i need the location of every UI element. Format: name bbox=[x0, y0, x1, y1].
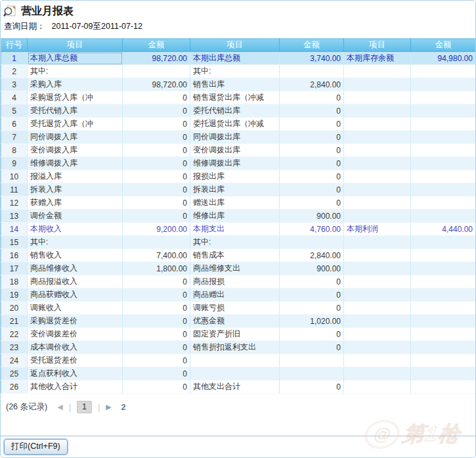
column-header-1: 项目 bbox=[28, 39, 123, 52]
amount-cell: 0 bbox=[123, 157, 190, 170]
print-button[interactable]: 打印(Ctrl+F9) bbox=[4, 439, 68, 455]
table-body: 1本期入库总额98,720.00本期出库总额3,740.00本期库存余额94,9… bbox=[1, 52, 476, 394]
amount-cell bbox=[123, 236, 190, 249]
amount-cell: 0 bbox=[280, 183, 344, 196]
amount-cell: 3,740.00 bbox=[280, 52, 344, 65]
table-row[interactable]: 15其中:其中: bbox=[1, 236, 476, 249]
amount-cell: 0 bbox=[123, 144, 190, 157]
item-cell bbox=[344, 91, 411, 104]
item-cell bbox=[344, 275, 411, 288]
monthly-report-table: 行号项目金额项目金额项目金额 1本期入库总额98,720.00本期出库总额3,7… bbox=[1, 38, 476, 394]
prev-page-icon[interactable]: ◀ bbox=[57, 403, 62, 411]
item-cell bbox=[344, 341, 411, 354]
table-row[interactable]: 18商品报溢收入0商品报损0 bbox=[1, 275, 476, 288]
table-row[interactable]: 23成本调价收入0销售折扣返利支出0 bbox=[1, 341, 476, 354]
item-cell: 销售成本 bbox=[190, 249, 280, 262]
item-cell bbox=[190, 367, 280, 380]
table-row[interactable]: 22变价调拨差价0固定资产折旧0 bbox=[1, 328, 476, 341]
item-cell: 维修出库 bbox=[190, 210, 280, 223]
table-row[interactable]: 14本期收入9,200.00本期支出4,760.00本期利润4,440.00 bbox=[1, 223, 476, 236]
item-cell: 销售收入 bbox=[28, 249, 123, 262]
next-page-icon[interactable]: ▶ bbox=[106, 403, 111, 411]
item-cell bbox=[344, 157, 411, 170]
item-cell bbox=[344, 262, 411, 275]
item-cell: 采购退货差价 bbox=[28, 315, 123, 328]
row-number: 2 bbox=[1, 65, 28, 78]
amount-cell: 1,800.00 bbox=[123, 262, 190, 275]
amount-cell bbox=[123, 65, 190, 78]
amount-cell: 0 bbox=[280, 275, 344, 288]
table-row[interactable]: 1本期入库总额98,720.00本期出库总额3,740.00本期库存余额94,9… bbox=[1, 52, 476, 65]
table-header-row: 行号项目金额项目金额项目金额 bbox=[1, 39, 476, 52]
row-number: 8 bbox=[1, 144, 28, 157]
item-cell: 受托退货入库（冲 bbox=[28, 118, 123, 131]
table-row[interactable]: 6受托退货入库（冲0委托退货出库（冲减0 bbox=[1, 118, 476, 131]
item-cell: 维修调拨入库 bbox=[28, 157, 123, 170]
item-cell: 受托退货差价 bbox=[28, 354, 123, 367]
item-cell bbox=[344, 104, 411, 118]
record-count-label: (26 条记录) bbox=[6, 401, 47, 413]
table-row[interactable]: 11拆装入库0拆装出库0 bbox=[1, 183, 476, 196]
table-row[interactable]: 13调价金额0维修出库900.00 bbox=[1, 210, 476, 223]
report-page: 营业月报表 查询日期：2011-07-09至2011-07-12 行号项目金额项… bbox=[0, 0, 476, 458]
table-row[interactable]: 7同价调拨入库0同价调拨出库0 bbox=[1, 131, 476, 144]
item-cell: 其中: bbox=[190, 236, 280, 249]
item-cell: 变价调拨入库 bbox=[28, 144, 123, 157]
table-row[interactable]: 24受托退货差价0 bbox=[1, 354, 476, 367]
table-row[interactable]: 8变价调拨入库0变价调拨出库0 bbox=[1, 144, 476, 157]
amount-cell: 0 bbox=[280, 328, 344, 341]
amount-cell: 0 bbox=[280, 118, 344, 131]
table-row[interactable]: 16销售收入7,400.00销售成本2,840.00 bbox=[1, 249, 476, 262]
pagination-bar: (26 条记录) ◀ | 1 | ▶ 2 bbox=[1, 394, 475, 413]
table-row[interactable]: 9维修调拨入库0维修调拨出库0 bbox=[1, 157, 476, 170]
item-cell: 商品报损 bbox=[190, 275, 280, 288]
item-cell: 采购退货入库（冲 bbox=[28, 91, 123, 104]
table-row[interactable]: 10报溢入库0报损出库0 bbox=[1, 170, 476, 183]
item-cell bbox=[344, 131, 411, 144]
item-cell bbox=[344, 170, 411, 183]
item-cell bbox=[344, 302, 411, 315]
amount-cell: 0 bbox=[123, 131, 190, 144]
item-cell: 商品报溢收入 bbox=[28, 275, 123, 288]
amount-cell bbox=[411, 183, 476, 196]
table-row[interactable]: 25返点获利收入0 bbox=[1, 367, 476, 380]
table-row[interactable]: 20调账收入0调账亏损0 bbox=[1, 302, 476, 315]
amount-cell bbox=[411, 315, 476, 328]
row-number: 18 bbox=[1, 275, 28, 288]
amount-cell: 0 bbox=[123, 210, 190, 223]
table-row[interactable]: 12获赠入库0赠送出库0 bbox=[1, 196, 476, 210]
item-cell: 固定资产折旧 bbox=[190, 328, 280, 341]
item-cell: 报损出库 bbox=[190, 170, 280, 183]
amount-cell bbox=[411, 302, 476, 315]
item-cell: 商品维修支出 bbox=[190, 262, 280, 275]
amount-cell: 0 bbox=[123, 91, 190, 104]
amount-cell: 0 bbox=[123, 354, 190, 367]
amount-cell bbox=[411, 341, 476, 354]
row-number: 15 bbox=[1, 236, 28, 249]
amount-cell: 0 bbox=[280, 288, 344, 302]
table-row[interactable]: 17商品维修收入1,800.00商品维修支出900.00 bbox=[1, 262, 476, 275]
amount-cell bbox=[411, 275, 476, 288]
amount-cell bbox=[411, 249, 476, 262]
column-header-3: 项目 bbox=[190, 39, 280, 52]
table-row[interactable]: 2其中:其中: bbox=[1, 65, 476, 78]
item-cell: 本期入库总额 bbox=[28, 52, 123, 65]
table-row[interactable]: 4采购退货入库（冲0销售退货出库（冲减0 bbox=[1, 91, 476, 104]
row-number: 26 bbox=[1, 380, 28, 394]
current-page-indicator[interactable]: 1 bbox=[77, 401, 92, 413]
amount-cell: 0 bbox=[123, 380, 190, 394]
page-2-link[interactable]: 2 bbox=[121, 403, 126, 412]
table-row[interactable]: 3采购入库98,720.00销售出库2,840.00 bbox=[1, 78, 476, 91]
item-cell bbox=[344, 236, 411, 249]
table-row[interactable]: 21采购退货差价0优惠金额1,020.00 bbox=[1, 315, 476, 328]
table-row[interactable]: 5受托代销入库0委托代销出库0 bbox=[1, 104, 476, 118]
watermark-at-icon: @ bbox=[362, 420, 402, 449]
item-cell bbox=[344, 196, 411, 210]
page-header: 营业月报表 bbox=[1, 1, 475, 18]
item-cell bbox=[190, 354, 280, 367]
item-cell bbox=[344, 315, 411, 328]
item-cell: 同价调拨入库 bbox=[28, 131, 123, 144]
table-row[interactable]: 19商品获赠收入0商品赠出0 bbox=[1, 288, 476, 302]
item-cell: 调账亏损 bbox=[190, 302, 280, 315]
table-row[interactable]: 26其他收入合计0其他支出合计0 bbox=[1, 380, 476, 394]
